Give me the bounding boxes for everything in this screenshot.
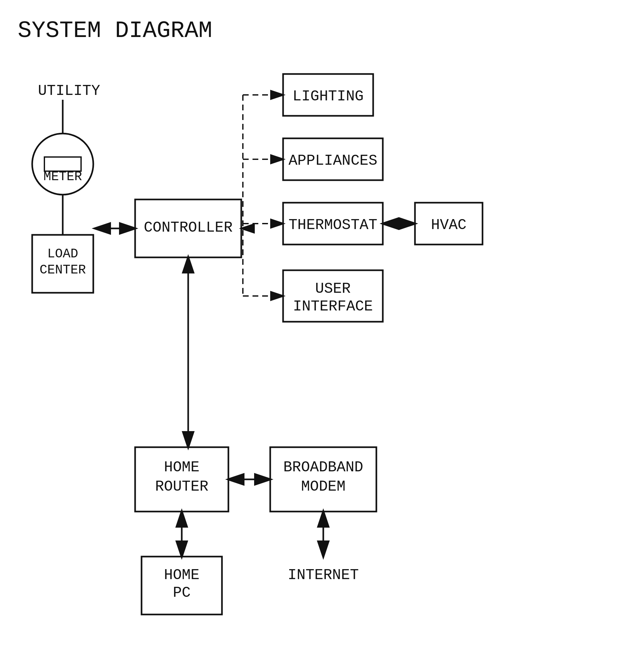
diagram-container: SYSTEM DIAGRAM UTILITY METER LOAD CENTER… — [0, 0, 644, 665]
load-center-label2: CENTER — [40, 263, 86, 277]
hvac-label: HVAC — [431, 217, 467, 233]
broadband-modem-label2: MODEM — [301, 478, 345, 495]
controller-label: CONTROLLER — [144, 220, 232, 236]
user-interface-label1: USER — [315, 281, 351, 297]
appliances-label: APPLIANCES — [288, 152, 377, 169]
home-pc-label1: HOME — [164, 567, 200, 584]
home-pc-label2: PC — [173, 585, 190, 601]
meter-label: METER — [43, 170, 82, 184]
utility-label: UTILITY — [38, 83, 100, 99]
broadband-modem-label1: BROADBAND — [283, 459, 363, 476]
home-router-label1: HOME — [164, 459, 200, 476]
page-title: SYSTEM DIAGRAM — [18, 18, 212, 44]
home-router-label2: ROUTER — [155, 478, 208, 495]
thermostat-label: THERMOSTAT — [288, 217, 377, 233]
meter-rect — [44, 157, 81, 171]
lighting-label: LIGHTING — [293, 88, 364, 105]
user-interface-label2: INTERFACE — [293, 298, 373, 315]
load-center-label1: LOAD — [47, 247, 78, 261]
internet-label: INTERNET — [288, 567, 359, 584]
